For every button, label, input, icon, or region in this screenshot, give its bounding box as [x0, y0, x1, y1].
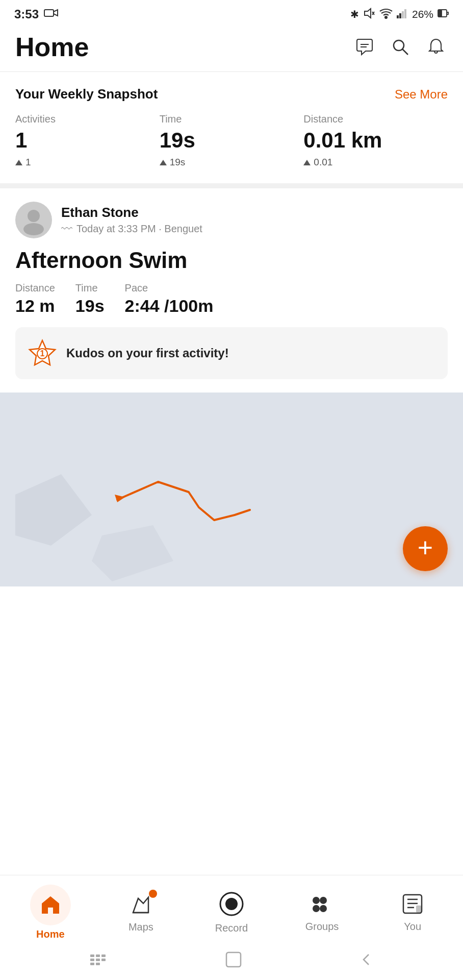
fab-button[interactable]: + — [403, 526, 448, 571]
activity-time-label: Time — [75, 282, 105, 294]
nav-item-you[interactable]: You — [382, 892, 443, 933]
svg-marker-24 — [133, 897, 148, 913]
stat-time-label: Time — [160, 113, 304, 125]
stat-time-value: 19s — [160, 128, 304, 153]
swim-wavy-icon: 〰 — [61, 223, 72, 236]
svg-rect-40 — [96, 954, 100, 957]
nav-record-label: Record — [215, 922, 248, 934]
status-bar: 3:53 ✱ — [0, 0, 463, 27]
bluetooth-icon: ✱ — [350, 8, 359, 20]
stat-distance: Distance 0.01 km 0.01 — [303, 113, 448, 168]
stat-activities-change: 1 — [15, 157, 160, 168]
message-button[interactable] — [353, 35, 376, 59]
map-section: + — [0, 393, 463, 586]
stat-distance-label: Distance — [303, 113, 448, 125]
camera-status-icon — [44, 7, 58, 21]
nav-you-label: You — [404, 921, 421, 933]
svg-rect-38 — [90, 959, 94, 961]
svg-text:1: 1 — [40, 349, 45, 358]
back-nav-icon[interactable] — [359, 950, 374, 971]
svg-point-27 — [225, 898, 238, 910]
bell-button[interactable] — [424, 35, 448, 59]
stat-activities: Activities 1 1 — [15, 113, 160, 168]
nav-item-maps[interactable]: Maps — [110, 892, 171, 933]
you-icon — [401, 892, 424, 918]
svg-point-28 — [313, 897, 320, 904]
bottom-nav-wrapper: Home Maps Record — [0, 875, 463, 980]
nav-item-groups[interactable]: Groups — [292, 892, 353, 933]
nav-item-record[interactable]: Record — [201, 891, 262, 934]
arrow-up-icon-2 — [160, 160, 167, 165]
page-title: Home — [15, 32, 89, 62]
nav-groups-label: Groups — [305, 921, 339, 933]
status-right: ✱ — [350, 8, 449, 21]
kudos-badge-icon: 1 — [28, 338, 57, 368]
svg-point-29 — [320, 897, 327, 904]
weekly-snapshot: Your Weekly Snapshot See More Activities… — [0, 72, 463, 183]
arrow-up-icon — [15, 160, 22, 165]
header-icons — [353, 35, 448, 59]
activity-distance-label: Distance — [15, 282, 55, 294]
svg-rect-7 — [402, 11, 404, 18]
user-meta: 〰 Today at 3:33 PM · Benguet — [61, 223, 202, 236]
activity-distance-value: 12 m — [15, 296, 55, 316]
stat-time-change: 19s — [160, 157, 304, 168]
svg-point-4 — [385, 16, 387, 18]
svg-rect-43 — [101, 954, 106, 957]
svg-point-30 — [313, 905, 320, 912]
system-nav-bar — [0, 945, 463, 980]
see-more-button[interactable]: See More — [395, 87, 448, 102]
home-nav-icon-bg — [30, 885, 71, 925]
svg-point-16 — [23, 223, 44, 235]
svg-rect-10 — [439, 10, 442, 16]
svg-rect-42 — [96, 963, 100, 965]
activity-pace-value: 2:44 /100m — [125, 296, 214, 316]
app-header: Home — [0, 27, 463, 71]
search-button[interactable] — [389, 35, 412, 59]
svg-line-14 — [402, 49, 408, 55]
status-time: 3:53 — [14, 7, 39, 21]
svg-rect-8 — [404, 9, 406, 18]
svg-rect-5 — [397, 15, 399, 18]
svg-rect-44 — [101, 959, 106, 961]
user-info: Ethan Stone 〰 Today at 3:33 PM · Benguet — [61, 205, 202, 236]
signal-icon — [397, 8, 408, 21]
battery-text: 26% — [412, 8, 433, 20]
svg-rect-0 — [44, 10, 54, 16]
svg-point-31 — [320, 905, 327, 912]
svg-rect-39 — [90, 963, 94, 965]
activity-title: Afternoon Swim — [15, 248, 448, 273]
svg-rect-41 — [96, 959, 100, 961]
maps-notification-dot — [149, 890, 157, 898]
svg-rect-37 — [90, 954, 94, 957]
mute-icon — [363, 8, 375, 21]
activity-pace-label: Pace — [125, 282, 214, 294]
nav-maps-label: Maps — [128, 921, 153, 933]
kudos-text: Kudos on your first activity! — [66, 346, 229, 360]
activity-stats: Distance 12 m Time 19s Pace 2:44 /100m — [15, 282, 448, 316]
nav-item-home[interactable]: Home — [20, 885, 81, 940]
snapshot-header: Your Weekly Snapshot See More — [15, 86, 448, 102]
status-left: 3:53 — [14, 7, 58, 21]
activity-stat-time: Time 19s — [75, 282, 105, 316]
arrow-up-icon-3 — [303, 160, 311, 165]
user-name: Ethan Stone — [61, 205, 202, 220]
record-icon — [218, 891, 245, 919]
activity-time-value: 19s — [75, 296, 105, 316]
svg-rect-45 — [226, 952, 241, 967]
svg-point-15 — [28, 210, 40, 222]
activity-stat-pace: Pace 2:44 /100m — [125, 282, 214, 316]
stat-distance-value: 0.01 km — [303, 128, 448, 153]
menu-nav-icon[interactable] — [89, 952, 108, 969]
svg-rect-36 — [416, 905, 421, 913]
kudos-banner: 1 Kudos on your first activity! — [15, 327, 448, 379]
groups-icon — [309, 892, 336, 918]
snapshot-stats: Activities 1 1 Time 19s 19s Distance 0.0… — [15, 113, 448, 168]
stat-distance-change: 0.01 — [303, 157, 448, 168]
map-route — [0, 393, 463, 586]
home-square-nav-icon[interactable] — [224, 950, 243, 971]
stat-time: Time 19s 19s — [160, 113, 304, 168]
nav-home-label: Home — [36, 928, 65, 940]
activity-stat-distance: Distance 12 m — [15, 282, 55, 316]
activity-user: Ethan Stone 〰 Today at 3:33 PM · Benguet — [15, 202, 448, 238]
